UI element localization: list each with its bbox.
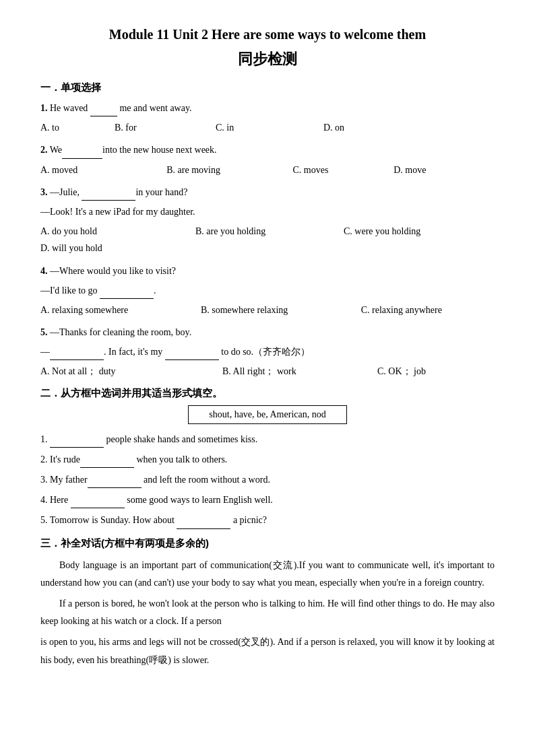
question-3: 3. —Julie, in your hand? —Look! It's a n… [40, 184, 495, 257]
s2-q3: 3. My father and left the room without a… [40, 471, 495, 488]
q4-text1: 4. —Where would you like to visit? [40, 263, 495, 279]
sub-title: 同步检测 [40, 49, 495, 69]
q4-options: A. relaxing somewhere B. somewhere relax… [40, 302, 495, 318]
q2-options: A. moved B. are moving C. moves D. move [40, 162, 495, 178]
section2: 二．从方框中选词并用其适当形式填空。 shout, have, be, Amer… [40, 387, 495, 529]
para-2: If a person is bored, he won't look at t… [40, 595, 495, 631]
section3: 三．补全对话(方框中有两项是多余的) Body language is an i… [40, 537, 495, 670]
s2-q4: 4. Here some good ways to learn English … [40, 491, 495, 508]
para-3: is open to you, his arms and legs will n… [40, 633, 495, 669]
q3-text2: —Look! It's a new iPad for my daughter. [40, 203, 495, 220]
s2-q2: 2. It's rude when you talk to others. [40, 451, 495, 468]
q5-options: A. Not at all； duty B. All right； work C… [40, 363, 495, 380]
word-box-wrapper: shout, have, be, American, nod [40, 405, 495, 424]
s2-q1: 1. people shake hands and sometimes kiss… [40, 431, 495, 448]
q1-options: A. to B. for C. in D. on [40, 119, 495, 136]
word-box: shout, have, be, American, nod [188, 405, 346, 424]
section1-title: 一．单项选择 [40, 81, 495, 94]
section1: 一．单项选择 1. He waved me and went away. A. … [40, 81, 495, 380]
q1-text: 1. He waved me and went away. [40, 100, 495, 116]
question-5: 5. —Thanks for cleaning the room, boy. —… [40, 324, 495, 380]
s2-q5: 5. Tomorrow is Sunday. How about a picni… [40, 512, 495, 528]
question-4: 4. —Where would you like to visit? —I'd … [40, 263, 495, 319]
section3-content: Body language is an important part of co… [40, 557, 495, 670]
q4-text2: —I'd like to go . [40, 282, 495, 299]
q5-text2: —. In fact, it's my to do so.（齐齐哈尔） [40, 343, 495, 360]
q5-text1: 5. —Thanks for cleaning the room, boy. [40, 324, 495, 341]
question-2: 2. Weinto the new house next week. A. mo… [40, 141, 495, 178]
para-1: Body language is an important part of co… [40, 557, 495, 592]
question-1: 1. He waved me and went away. A. to B. f… [40, 100, 495, 136]
section3-title: 三．补全对话(方框中有两项是多余的) [40, 537, 495, 550]
q3-options: A. do you hold B. are you holding C. wer… [40, 223, 495, 256]
q3-text1: 3. —Julie, in your hand? [40, 184, 495, 201]
main-title: Module 11 Unit 2 Here are some ways to w… [40, 27, 495, 42]
q2-text: 2. Weinto the new house next week. [40, 141, 495, 158]
section2-title: 二．从方框中选词并用其适当形式填空。 [40, 387, 495, 400]
